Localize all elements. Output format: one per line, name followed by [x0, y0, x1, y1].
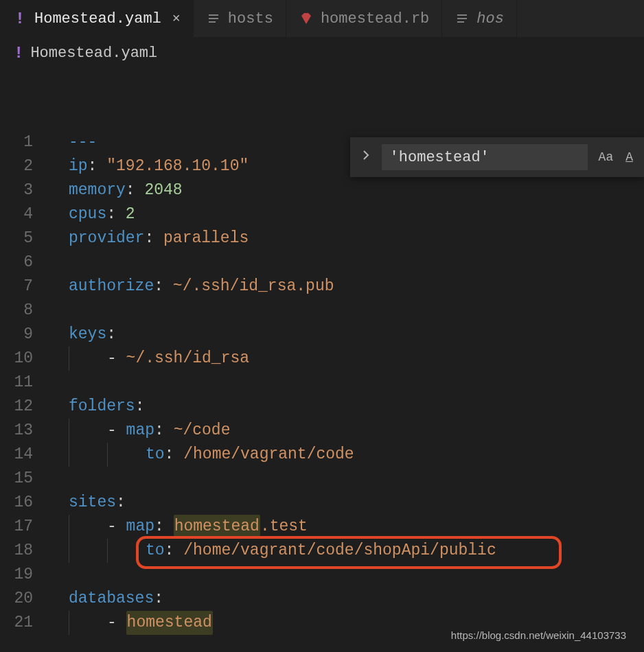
line-number: 13 [0, 419, 33, 443]
tab-homestead-yaml[interactable]: ! Homestead.yaml × [0, 0, 194, 37]
line-number: 16 [0, 491, 33, 515]
tab-label: hosts [228, 10, 273, 27]
line-number: 1 [0, 130, 33, 154]
line-number: 20 [0, 587, 33, 611]
code-line[interactable] [49, 251, 644, 275]
svg-marker-3 [301, 13, 311, 24]
code-line[interactable]: ip: "192.168.10.10" [49, 154, 644, 178]
line-number: 10 [0, 347, 33, 371]
tab-hos-partial[interactable]: hos [442, 0, 517, 37]
line-number: 6 [0, 251, 33, 275]
close-icon[interactable]: × [172, 11, 181, 27]
line-number: 21 [0, 611, 33, 635]
tab-label: homestead.rb [321, 10, 429, 27]
code-line[interactable] [49, 371, 644, 395]
svg-rect-0 [209, 14, 218, 16]
line-number: 9 [0, 323, 33, 347]
line-number: 19 [0, 563, 33, 587]
tab-homestead-rb[interactable]: homestead.rb [286, 0, 442, 37]
line-number: 17 [0, 515, 33, 539]
yaml-icon: ! [12, 11, 27, 26]
text-icon [206, 11, 221, 26]
breadcrumb-label: Homestead.yaml [30, 45, 157, 62]
line-number: 12 [0, 395, 33, 419]
code-line[interactable]: folders: [49, 395, 644, 419]
tab-label: Homestead.yaml [34, 10, 161, 27]
code-content[interactable]: ---ip: "192.168.10.10"memory: 2048cpus: … [49, 130, 644, 652]
line-number: 3 [0, 178, 33, 202]
line-number-gutter: 123456789101112131415161718192021 [0, 130, 49, 652]
code-line[interactable]: sites: [49, 491, 644, 515]
svg-rect-4 [457, 14, 467, 16]
breadcrumb[interactable]: ! Homestead.yaml [0, 37, 644, 69]
code-line[interactable]: keys: [49, 323, 644, 347]
code-line[interactable]: --- [49, 130, 644, 154]
generic-file-icon [455, 11, 470, 26]
line-number: 7 [0, 275, 33, 299]
code-line[interactable] [49, 299, 644, 323]
yaml-icon: ! [14, 44, 23, 62]
svg-rect-5 [457, 18, 467, 19]
line-number: 4 [0, 202, 33, 226]
tab-bar: ! Homestead.yaml × hosts homestead.rb ho… [0, 0, 644, 37]
code-line[interactable] [49, 467, 644, 491]
code-line[interactable]: to: /home/vagrant/code/shopApi/public [49, 539, 644, 563]
svg-rect-1 [209, 18, 218, 19]
code-line[interactable]: databases: [49, 587, 644, 611]
code-line[interactable] [49, 563, 644, 587]
line-number: 11 [0, 371, 33, 395]
line-number: 2 [0, 154, 33, 178]
watermark-text: https://blog.csdn.net/weixin_44103733 [451, 629, 626, 641]
code-line[interactable]: - ~/.ssh/id_rsa [49, 347, 644, 371]
editor-area: Aa A 123456789101112131415161718192021 -… [0, 69, 644, 652]
code-line[interactable]: to: /home/vagrant/code [49, 443, 644, 467]
editor-window: ! Homestead.yaml × hosts homestead.rb ho… [0, 0, 644, 652]
line-number: 18 [0, 539, 33, 563]
tab-label: hos [476, 10, 504, 27]
line-number: 15 [0, 467, 33, 491]
code-line[interactable]: - map: ~/code [49, 419, 644, 443]
code-line[interactable]: authorize: ~/.ssh/id_rsa.pub [49, 275, 644, 299]
code-line[interactable]: - map: homestead.test [49, 515, 644, 539]
code-line[interactable]: provider: parallels [49, 226, 644, 251]
code-line[interactable]: cpus: 2 [49, 202, 644, 226]
line-number: 14 [0, 443, 33, 467]
line-number: 5 [0, 226, 33, 251]
line-number: 8 [0, 299, 33, 323]
svg-rect-2 [209, 21, 216, 23]
code-line[interactable]: memory: 2048 [49, 178, 644, 202]
ruby-icon [299, 11, 314, 26]
svg-rect-6 [457, 21, 464, 23]
code-editor[interactable]: 123456789101112131415161718192021 ---ip:… [0, 130, 644, 652]
tab-hosts[interactable]: hosts [194, 0, 286, 37]
